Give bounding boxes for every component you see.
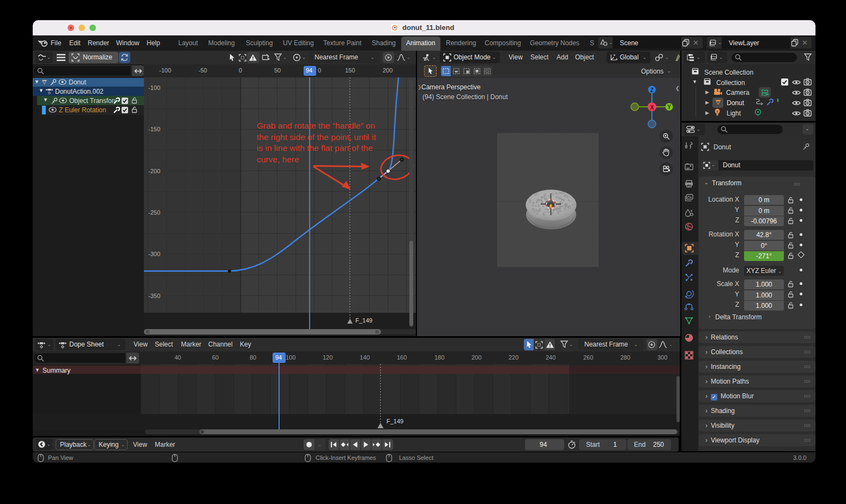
svg-text:-100: -100 (148, 84, 160, 91)
svg-text:F_149: F_149 (355, 317, 372, 324)
svg-text:curve, here: curve, here (257, 155, 299, 164)
svg-text:Z: Z (650, 87, 654, 93)
svg-text:-250: -250 (148, 209, 160, 216)
svg-text:Grab and rotate the “handle” o: Grab and rotate the “handle” on (257, 121, 375, 130)
svg-text:the right side of the point, u: the right side of the point, until it (257, 132, 377, 142)
svg-text:-350: -350 (148, 293, 160, 299)
svg-text:F_149: F_149 (386, 418, 403, 424)
svg-text:is in line with the flat part: is in line with the flat part of the (257, 143, 373, 153)
svg-text:-300: -300 (148, 251, 160, 257)
svg-text:-150: -150 (148, 126, 160, 132)
svg-text:Y: Y (667, 104, 671, 110)
svg-text:-200: -200 (148, 168, 160, 174)
svg-text:X: X (650, 105, 654, 111)
